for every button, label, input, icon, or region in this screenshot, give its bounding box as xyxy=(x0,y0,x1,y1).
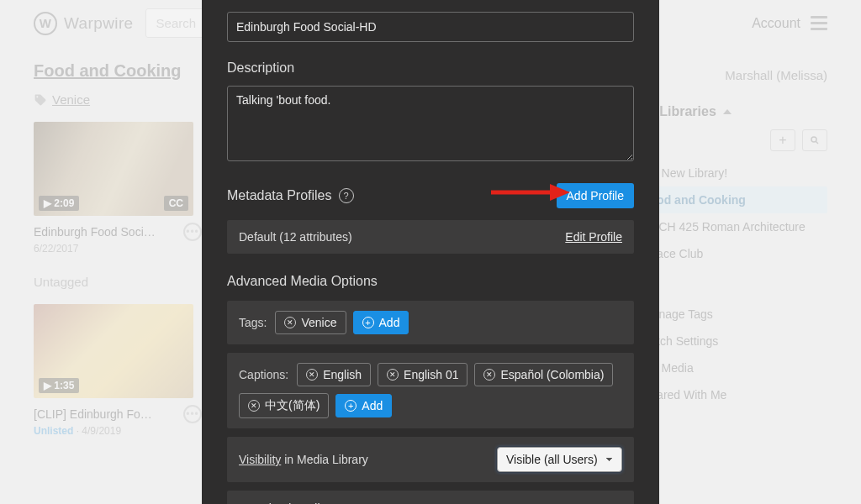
plus-icon: + xyxy=(345,400,357,412)
tags-row: Tags: ✕Venice +Add xyxy=(227,301,634,344)
remove-icon[interactable]: ✕ xyxy=(306,369,318,381)
caption-chip[interactable]: ✕Español (Colombia) xyxy=(474,363,613,386)
caption-chip[interactable]: ✕中文(简体) xyxy=(239,393,329,418)
tag-chip[interactable]: ✕Venice xyxy=(275,311,346,334)
add-caption-button[interactable]: +Add xyxy=(335,394,392,417)
caption-chip[interactable]: ✕English xyxy=(297,363,371,386)
edit-profile-link[interactable]: Edit Profile xyxy=(565,230,622,244)
visibility-select[interactable]: Visible (all Users) xyxy=(497,447,622,472)
plus-icon: + xyxy=(362,317,374,328)
remove-icon[interactable]: ✕ xyxy=(483,369,495,381)
captions-label: Captions: xyxy=(239,368,288,381)
title-input[interactable] xyxy=(227,12,634,42)
remove-icon[interactable]: ✕ xyxy=(284,317,296,328)
advanced-options-label: Advanced Media Options xyxy=(227,274,634,289)
profile-name: Default (12 attributes) xyxy=(239,230,352,244)
media-settings-modal: Description Talking 'bout food. Metadata… xyxy=(202,0,659,504)
tags-label: Tags: xyxy=(239,316,267,329)
description-label: Description xyxy=(227,60,634,76)
remove-icon[interactable]: ✕ xyxy=(248,400,260,412)
add-profile-button[interactable]: Add Profile xyxy=(557,183,634,208)
metadata-profiles-label: Metadata Profiles xyxy=(227,188,332,203)
help-icon[interactable]: ? xyxy=(339,188,354,203)
add-tag-button[interactable]: +Add xyxy=(353,311,409,334)
remove-icon[interactable]: ✕ xyxy=(387,369,399,381)
visibility-label: Visibility in Media Library xyxy=(239,453,368,466)
caption-chip[interactable]: ✕English 01 xyxy=(378,363,467,386)
description-textarea[interactable]: Talking 'bout food. xyxy=(227,86,634,161)
visibility-row: Visibility in Media Library Visible (all… xyxy=(227,437,634,482)
captions-row: Captions: ✕English ✕English 01 ✕Español … xyxy=(227,353,634,428)
download-row: Download Media xyxy=(227,491,634,504)
profile-row: Default (12 attributes) Edit Profile xyxy=(227,220,634,254)
